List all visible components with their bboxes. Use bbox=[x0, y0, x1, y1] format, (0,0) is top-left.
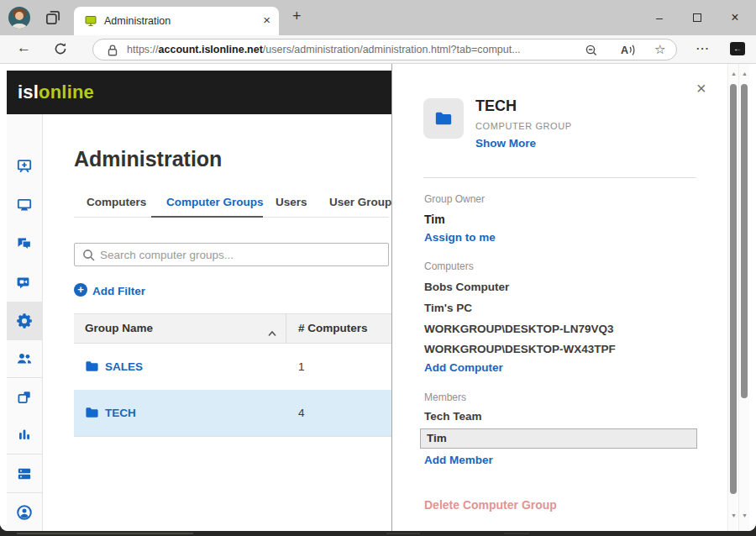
windows-stack-icon bbox=[16, 389, 33, 406]
active-tab-underline bbox=[151, 216, 263, 218]
member-item-highlighted[interactable]: Tim bbox=[420, 428, 697, 449]
search-icon bbox=[81, 248, 97, 263]
scroll-up-icon[interactable]: ▲ bbox=[739, 71, 750, 76]
add-member-link[interactable]: Add Member bbox=[424, 454, 493, 466]
table-row-tech[interactable]: TECH 4 bbox=[74, 390, 391, 436]
favorite-star-icon[interactable]: ☆ bbox=[654, 42, 665, 57]
sidebar-item-chats[interactable] bbox=[7, 224, 43, 263]
table-header: Group Name # Computers bbox=[74, 313, 391, 344]
tab-computers[interactable]: Computers bbox=[87, 196, 146, 208]
folder-icon bbox=[85, 360, 99, 376]
detail-panel: × TECH COMPUTER GROUP Show More Group Ow… bbox=[391, 64, 727, 531]
new-tab-button[interactable]: + bbox=[292, 8, 302, 25]
scroll-down-icon[interactable]: ▼ bbox=[739, 512, 750, 518]
refresh-button[interactable] bbox=[53, 41, 68, 60]
monitor-icon bbox=[16, 197, 33, 213]
maximize-icon bbox=[693, 13, 701, 22]
panel-group-title: TECH bbox=[475, 97, 517, 115]
video-chat-icon bbox=[16, 274, 33, 291]
assign-to-me-link[interactable]: Assign to me bbox=[424, 231, 496, 244]
read-aloud-icon[interactable]: A bbox=[621, 43, 636, 58]
group-name[interactable]: TECH bbox=[105, 390, 136, 436]
chat-icon bbox=[16, 235, 33, 252]
site-favicon-icon bbox=[84, 14, 97, 28]
column-num-computers[interactable]: # Computers bbox=[298, 314, 368, 343]
page-scrollbar[interactable]: ▲ ▼ bbox=[738, 64, 749, 531]
members-label: Members bbox=[424, 391, 466, 403]
panel-close-icon[interactable]: × bbox=[696, 79, 706, 98]
group-computer-count: 1 bbox=[298, 344, 305, 390]
computers-label: Computers bbox=[424, 260, 474, 272]
tab-computer-groups[interactable]: Computer Groups bbox=[166, 196, 264, 208]
tab-user-groups[interactable]: User Groups bbox=[329, 196, 398, 208]
show-more-link[interactable]: Show More bbox=[475, 137, 536, 150]
url-domain: account.islonline.net bbox=[159, 44, 263, 55]
computer-item[interactable]: Tim's PC bbox=[424, 302, 472, 314]
workspaces-icon[interactable] bbox=[44, 8, 62, 27]
monitor-add-icon bbox=[16, 158, 33, 175]
avatar-body bbox=[12, 24, 27, 29]
back-button[interactable]: ← bbox=[17, 39, 31, 56]
window-minimize-button[interactable]: – bbox=[643, 0, 676, 35]
sort-asc-icon[interactable] bbox=[267, 325, 277, 340]
tab-title: Administration bbox=[104, 15, 171, 27]
read-aloud-letter: A bbox=[621, 45, 628, 56]
computer-item[interactable]: Bobs Computer bbox=[424, 281, 509, 293]
add-filter-button[interactable]: Add Filter bbox=[92, 285, 145, 297]
page-scrollbar-thumb[interactable] bbox=[741, 84, 748, 398]
sidebar-item-account[interactable] bbox=[7, 492, 43, 531]
member-name: Tim bbox=[427, 429, 447, 448]
computer-item[interactable]: WORKGROUP\DESKTOP-WX43TPF bbox=[424, 343, 616, 355]
window-maximize-button[interactable] bbox=[680, 0, 714, 35]
logo-isl: isl bbox=[18, 81, 39, 102]
sidebar-item-computers[interactable] bbox=[7, 186, 43, 224]
account-icon bbox=[16, 504, 33, 521]
add-filter-plus-icon[interactable]: + bbox=[74, 283, 87, 297]
sidebar-item-administration[interactable] bbox=[7, 302, 43, 340]
sidebar-item-licenses[interactable] bbox=[7, 454, 43, 492]
member-item[interactable]: Tech Team bbox=[424, 410, 482, 423]
add-computer-link[interactable]: Add Computer bbox=[424, 361, 503, 374]
group-icon-tile bbox=[423, 98, 464, 139]
panel-scrollbar-thumb[interactable] bbox=[730, 84, 737, 494]
url-scheme: https:// bbox=[127, 44, 159, 55]
avatar-face bbox=[15, 12, 24, 20]
column-divider bbox=[286, 314, 286, 343]
browser-tab[interactable]: Administration × bbox=[74, 7, 279, 35]
app-sidebar bbox=[7, 114, 43, 531]
delete-computer-group-link[interactable]: Delete Computer Group bbox=[424, 498, 557, 512]
profile-avatar[interactable] bbox=[8, 7, 30, 29]
lock-icon[interactable] bbox=[105, 43, 120, 58]
tab-users[interactable]: Users bbox=[276, 196, 307, 208]
panel-scrollbar[interactable]: ▲ ▼ bbox=[727, 64, 738, 531]
sidebar-toggle-icon[interactable]: ← bbox=[730, 42, 745, 55]
table-row-sales[interactable]: SALES 1 bbox=[74, 344, 391, 390]
islonline-logo[interactable]: islonline bbox=[18, 71, 94, 114]
desktop-strip bbox=[0, 531, 756, 536]
address-bar[interactable]: https://account.islonline.net/users/admi… bbox=[92, 39, 677, 60]
sidebar-item-users[interactable] bbox=[7, 339, 43, 378]
panel-group-type: COMPUTER GROUP bbox=[475, 121, 572, 131]
sidebar-item-new-session[interactable] bbox=[7, 147, 43, 186]
group-computer-count: 4 bbox=[298, 390, 305, 436]
desktop-texture bbox=[386, 533, 420, 534]
group-name[interactable]: SALES bbox=[105, 344, 143, 390]
page-content: islonline bbox=[0, 64, 756, 531]
app-header: islonline bbox=[7, 71, 391, 114]
tab-close-icon[interactable]: × bbox=[263, 13, 270, 27]
gear-icon bbox=[16, 313, 33, 329]
column-group-name[interactable]: Group Name bbox=[85, 314, 153, 343]
computer-item[interactable]: WORKGROUP\DESKTOP-LN79VQ3 bbox=[424, 323, 614, 335]
folder-icon bbox=[85, 406, 99, 423]
window-close-button[interactable]: × bbox=[718, 0, 752, 35]
sidebar-item-sessions[interactable] bbox=[7, 377, 43, 416]
people-icon bbox=[16, 350, 33, 367]
more-menu-button[interactable]: ⋯ bbox=[696, 40, 710, 56]
logo-online: online bbox=[39, 81, 94, 102]
sidebar-item-reports[interactable] bbox=[7, 415, 43, 454]
sidebar-item-video-calls[interactable] bbox=[7, 263, 43, 302]
url-path: /users/administration/administration.htm… bbox=[263, 44, 521, 55]
group-owner-label: Group Owner bbox=[424, 193, 485, 205]
zoom-out-icon[interactable] bbox=[584, 43, 599, 58]
search-input[interactable] bbox=[100, 244, 386, 265]
